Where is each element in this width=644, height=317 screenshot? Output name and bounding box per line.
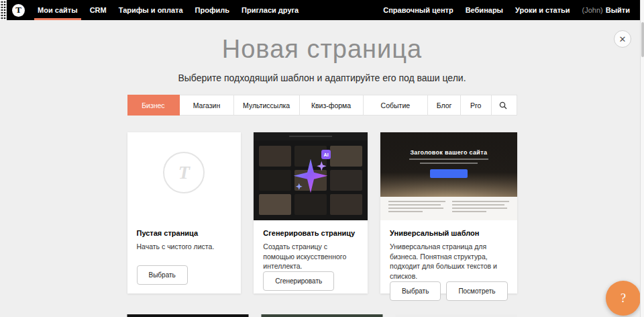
partial-card [262, 314, 383, 317]
card-title: Пустая страница [137, 229, 232, 237]
nav-left: Мои сайты CRM Тарифы и оплата Профиль Пр… [32, 0, 305, 20]
card-description: Создать страницу с помощью искусственног… [263, 242, 358, 271]
tab-quiz-form[interactable]: Квиз-форма [300, 95, 364, 115]
close-button[interactable]: ✕ [614, 30, 631, 48]
preview-hero: Заголовок вашего сайта [380, 132, 517, 197]
scrollbar-thumb[interactable] [641, 22, 644, 57]
card-generate-page[interactable]: AI Сгенерировать страницу Создать страни… [254, 132, 368, 293]
preview-hero-title: Заголовок вашего сайта [380, 132, 517, 156]
partial-card [396, 314, 517, 317]
partial-card [127, 314, 249, 317]
preview-text-section [380, 197, 517, 220]
tab-search[interactable] [492, 95, 516, 115]
close-icon: ✕ [619, 34, 627, 44]
ai-badge: AI [321, 150, 331, 159]
nav-item-help-center[interactable]: Справочный центр [377, 0, 459, 20]
nav-item-pricing[interactable]: Тарифы и оплата [113, 0, 189, 20]
tab-multilink[interactable]: Мультиссылка [234, 95, 300, 115]
choose-universal-button[interactable]: Выбрать [390, 281, 441, 301]
generate-button[interactable]: Сгенерировать [263, 271, 334, 291]
logo-wrap[interactable]: T [7, 0, 32, 20]
tilda-watermark-icon: T [163, 152, 205, 193]
view-universal-button[interactable]: Посмотреть [446, 281, 507, 301]
nav-item-lessons[interactable]: Уроки и статьи [509, 0, 576, 20]
card-title: Сгенерировать страницу [263, 229, 358, 237]
tab-blog[interactable]: Блог [428, 95, 461, 115]
card-blank-page[interactable]: T Пустая страница Начать с чистого листа… [127, 132, 241, 293]
nav-item-my-sites[interactable]: Мои сайты [32, 0, 84, 20]
nav-item-logout[interactable]: (John) Выйти [576, 0, 636, 20]
page-subtitle: Выберите подходящий шаблон и адаптируйте… [0, 73, 644, 83]
ai-generator-preview: AI [254, 132, 368, 220]
help-button[interactable]: ? [606, 281, 641, 316]
tilda-logo[interactable]: T [12, 4, 25, 17]
preview-cta-button [430, 169, 468, 178]
template-category-tabs: Бизнес Магазин Мультиссылка Квиз-форма С… [127, 95, 517, 116]
universal-template-preview: Заголовок вашего сайта [380, 132, 517, 220]
text-line-decoration [409, 158, 488, 160]
choose-blank-button[interactable]: Выбрать [137, 265, 188, 285]
next-row-cards-partial [127, 314, 517, 317]
logout-label: Выйти [606, 6, 630, 14]
nav-item-crm[interactable]: CRM [84, 0, 113, 20]
card-description: Начать с чистого листа. [137, 242, 232, 252]
search-icon [499, 101, 507, 109]
template-cards-row: T Пустая страница Начать с чистого листа… [127, 132, 517, 293]
card-universal-template[interactable]: Заголовок вашего сайта Универсальный шаб… [380, 132, 517, 293]
user-name: (John) [582, 6, 603, 14]
tab-business[interactable]: Бизнес [127, 95, 180, 116]
card-title: Универсальный шаблон [390, 229, 507, 237]
page-title: Новая страница [0, 35, 644, 64]
nav-item-profile[interactable]: Профиль [189, 0, 235, 20]
nav-right: Справочный центр Вебинары Уроки и статьи… [377, 0, 644, 20]
nav-item-invite-friend[interactable]: Пригласи друга [235, 0, 305, 20]
tab-event[interactable]: Событие [364, 95, 429, 115]
top-nav-bar: T Мои сайты CRM Тарифы и оплата Профиль … [0, 0, 644, 20]
tab-pro[interactable]: Pro [461, 95, 492, 115]
question-mark-icon: ? [621, 291, 626, 306]
tab-shop[interactable]: Магазин [180, 95, 233, 115]
card-description: Универсальная страница для бизнеса. Поня… [390, 242, 507, 281]
nav-item-webinars[interactable]: Вебинары [460, 0, 509, 20]
text-line-decoration [420, 163, 478, 164]
blank-page-preview: T [127, 132, 241, 220]
corner-pattern-decoration [0, 0, 7, 20]
page-scrollbar[interactable] [640, 0, 644, 317]
